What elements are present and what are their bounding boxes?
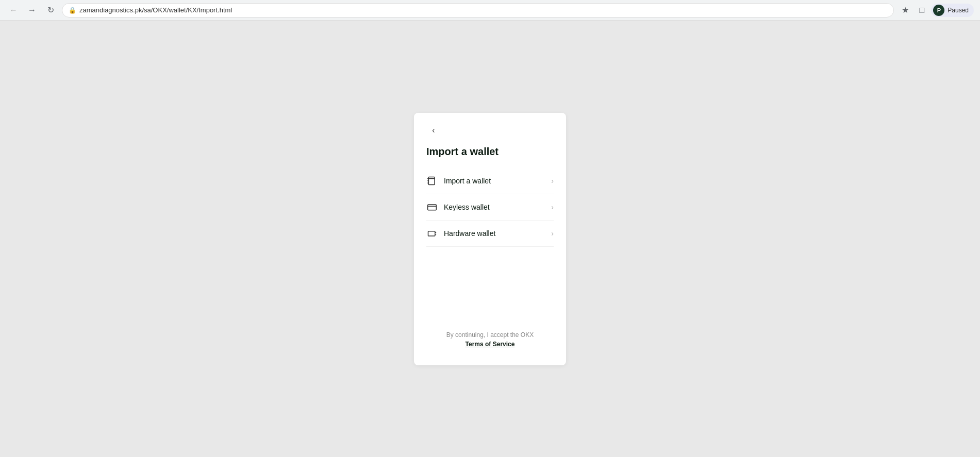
import-wallet-chevron: ›: [551, 177, 554, 185]
back-button[interactable]: ‹: [426, 123, 441, 138]
refresh-button[interactable]: ↻: [43, 3, 58, 18]
address-bar[interactable]: 🔒 zamandiagnostics.pk/sa/OKX/wallet/KX/I…: [62, 3, 894, 18]
page-title: Import a wallet: [426, 146, 554, 158]
url-text: zamandiagnostics.pk/sa/OKX/wallet/KX/Imp…: [79, 6, 232, 14]
import-wallet-card: ‹ Import a wallet Import a wallet ›: [414, 113, 566, 365]
browser-actions: ★ □ P Paused: [898, 3, 974, 18]
keyless-wallet-label: Keyless wallet: [444, 203, 545, 211]
avatar: P: [933, 5, 944, 16]
browser-chrome: ← → ↻ 🔒 zamandiagnostics.pk/sa/OKX/walle…: [0, 0, 980, 21]
hardware-wallet-chevron: ›: [551, 229, 554, 238]
extensions-button[interactable]: □: [915, 3, 929, 18]
hardware-wallet-label: Hardware wallet: [444, 229, 545, 238]
back-nav-button[interactable]: ←: [6, 3, 21, 18]
hardware-icon: [426, 228, 438, 239]
import-wallet-label: Import a wallet: [444, 177, 545, 185]
terms-of-service-link[interactable]: Terms of Service: [466, 341, 515, 348]
import-wallet-item[interactable]: Import a wallet ›: [426, 168, 554, 194]
paused-badge[interactable]: P Paused: [931, 4, 974, 17]
keyless-wallet-item[interactable]: Keyless wallet ›: [426, 194, 554, 221]
paused-label: Paused: [948, 7, 969, 14]
page-content: ‹ Import a wallet Import a wallet ›: [0, 21, 980, 457]
keyless-wallet-chevron: ›: [551, 203, 554, 211]
menu-list: Import a wallet › Keyless wallet ›: [426, 168, 554, 247]
star-button[interactable]: ★: [898, 3, 912, 18]
svg-rect-0: [428, 177, 435, 184]
footer-description: By continuing, I accept the OKX: [446, 331, 534, 338]
address-icon: 🔒: [69, 7, 76, 14]
svg-rect-7: [428, 231, 435, 235]
footer-text: By continuing, I accept the OKX Terms of…: [426, 330, 554, 349]
forward-nav-button[interactable]: →: [25, 3, 39, 18]
notebook-icon: [426, 175, 438, 187]
svg-rect-5: [428, 205, 437, 210]
card-icon: [426, 201, 438, 213]
hardware-wallet-item[interactable]: Hardware wallet ›: [426, 221, 554, 247]
